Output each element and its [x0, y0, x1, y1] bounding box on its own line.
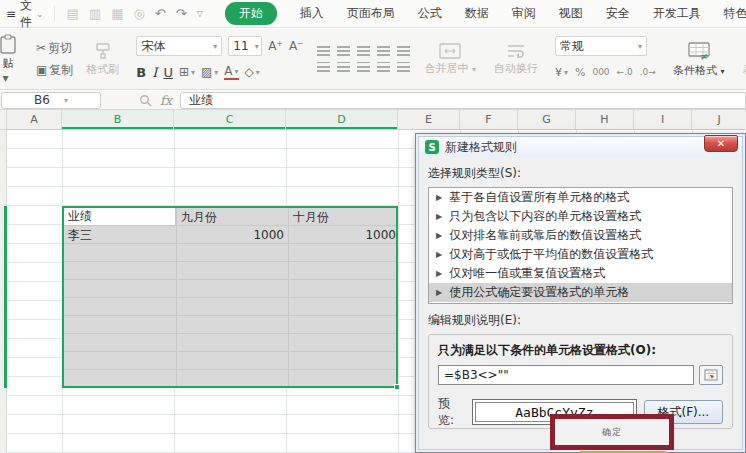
condition-formula-input[interactable] — [438, 365, 694, 385]
svg-text:≠: ≠ — [700, 51, 708, 61]
column-header-j[interactable]: J — [692, 110, 746, 129]
align-middle-icon[interactable] — [337, 46, 350, 56]
tab-developer[interactable]: 开发工具 — [653, 5, 701, 22]
tab-special-features[interactable]: 特色应用 — [724, 5, 746, 22]
currency-button[interactable]: ¥▾ — [555, 66, 568, 79]
tab-data[interactable]: 数据 — [465, 5, 489, 22]
rule-type-text: 使用公式确定要设置格式的单元格 — [449, 284, 629, 301]
close-button[interactable]: ✕ — [704, 135, 738, 152]
clear-format-button[interactable]: ◇▾ — [245, 65, 260, 79]
chevron-down-icon: ▾ — [638, 42, 642, 51]
number-format-select[interactable]: 常规 ▾ — [555, 36, 647, 56]
wrap-text-button[interactable]: 自动换行 — [489, 41, 543, 78]
tab-home[interactable]: 开始 — [225, 2, 277, 25]
cell-d6[interactable]: 十月份 — [289, 208, 400, 226]
column-header-g[interactable]: G — [518, 110, 576, 129]
conditional-format-label: 条件格式 — [673, 64, 717, 77]
range-picker-button[interactable] — [699, 365, 723, 385]
undo-icon[interactable]: ↶ — [155, 6, 166, 21]
comma-style-button[interactable]: 000 — [592, 67, 609, 77]
tab-insert[interactable]: 插入 — [300, 5, 324, 22]
fill-color-button[interactable]: ▨▾ — [201, 65, 218, 79]
cell-c7[interactable]: 1000 — [177, 226, 288, 244]
rule-type-item-5-selected[interactable]: ▶使用公式确定要设置格式的单元格 — [429, 283, 732, 302]
align-top-icon[interactable] — [317, 46, 330, 56]
preview-icon[interactable]: ◎ — [134, 6, 145, 21]
print-icon[interactable]: ▥ — [89, 6, 101, 21]
dialog-title-bar[interactable]: S 新建格式规则 — [419, 137, 742, 157]
align-left-icon[interactable] — [317, 62, 330, 72]
font-color-button[interactable]: A▾ — [224, 64, 238, 80]
tab-security[interactable]: 安全 — [606, 5, 630, 22]
cell-d7[interactable]: 1000 — [289, 226, 400, 244]
distribute-icon[interactable] — [397, 62, 410, 72]
font-size-select[interactable]: 11 ▾ — [228, 36, 262, 56]
rule-type-item-2[interactable]: ▶仅对排名靠前或靠后的数值设置格式 — [429, 226, 732, 245]
name-box-value: B6 — [34, 93, 50, 107]
shrink-font-button[interactable]: A⁻ — [289, 39, 304, 53]
tab-formulas[interactable]: 公式 — [418, 5, 442, 22]
borders-button[interactable]: ⊞▾ — [179, 65, 195, 79]
align-center-icon[interactable] — [337, 62, 350, 72]
ok-button[interactable]: 确定 — [602, 426, 622, 439]
column-header-i[interactable]: I — [634, 110, 692, 129]
cell-b6-active[interactable]: 业绩 — [64, 208, 176, 226]
font-name-select[interactable]: 宋体 ▾ — [136, 36, 222, 56]
indent-increase-icon[interactable] — [397, 46, 410, 56]
file-menu[interactable]: ≡ 文件 ⌄ — [0, 0, 54, 31]
conditional-format-icon: ≠ — [687, 41, 711, 61]
cell-c6[interactable]: 九月份 — [177, 208, 288, 226]
merge-center-button[interactable]: 合并居中 ▾ — [419, 41, 481, 78]
increase-decimal-button[interactable]: ←.0 — [617, 67, 633, 77]
menu-bar: ≡ 文件 ⌄ ▤ ▥ ▦ ◎ ↶ ↷ ▽ 开始 插入 页面布局 公式 数据 审阅… — [0, 0, 746, 28]
column-header-h[interactable]: H — [576, 110, 634, 129]
align-bottom-icon[interactable] — [357, 46, 370, 56]
formula-input[interactable]: 业绩 — [180, 92, 746, 109]
rule-type-item-3[interactable]: ▶仅对高于或低于平均值的数值设置格式 — [429, 245, 732, 264]
paste-button[interactable]: 贴 ▾ — [0, 32, 28, 87]
save-icon[interactable]: ▤ — [67, 6, 79, 21]
indent-decrease-icon[interactable] — [377, 46, 390, 56]
chevron-down-icon: ▾ — [3, 71, 14, 85]
edit-rule-label: 编辑规则说明(E): — [428, 312, 733, 329]
fill-handle[interactable] — [394, 384, 400, 390]
rule-type-item-0[interactable]: ▶基于各自值设置所有单元格的格式 — [429, 188, 732, 207]
table-style-button[interactable]: 表格样式 — [741, 40, 746, 79]
magnifier-icon[interactable] — [139, 94, 152, 107]
rule-type-item-1[interactable]: ▶只为包含以下内容的单元格设置格式 — [429, 207, 732, 226]
tab-page-layout[interactable]: 页面布局 — [347, 5, 395, 22]
select-all-corner[interactable] — [0, 110, 7, 129]
tab-view[interactable]: 视图 — [559, 5, 583, 22]
insert-function-icon[interactable]: fx — [160, 93, 172, 108]
rule-type-text: 仅对排名靠前或靠后的数值设置格式 — [449, 227, 641, 244]
bold-button[interactable]: B — [136, 65, 146, 80]
column-header-a[interactable]: A — [7, 110, 62, 129]
cell-b7[interactable]: 李三 — [64, 226, 176, 244]
rule-type-item-4[interactable]: ▶仅对唯一值或重复值设置格式 — [429, 264, 732, 283]
tab-review[interactable]: 审阅 — [512, 5, 536, 22]
conditional-format-button[interactable]: ≠ 条件格式 ▾ — [668, 39, 730, 80]
underline-button[interactable]: U — [163, 65, 173, 80]
name-box[interactable]: B6 ▾ — [1, 92, 101, 109]
toolbar-expand-icon[interactable]: ▽ — [197, 9, 203, 18]
redo-icon[interactable]: ↷ — [176, 6, 187, 21]
print-preview-icon[interactable]: ▦ — [111, 6, 123, 21]
grow-font-button[interactable]: A⁺ — [268, 39, 283, 53]
fill-color-icon: ▨ — [201, 65, 212, 79]
format-painter-button[interactable]: 格式刷 — [81, 40, 124, 79]
percent-button[interactable]: % — [575, 66, 585, 79]
rule-type-list: ▶基于各自值设置所有单元格的格式 ▶只为包含以下内容的单元格设置格式 ▶仅对排名… — [428, 187, 733, 304]
column-header-d[interactable]: D — [286, 110, 398, 129]
cut-button[interactable]: ✂ 剪切 — [36, 37, 73, 59]
decrease-decimal-button[interactable]: .0→ — [640, 67, 656, 77]
align-right-icon[interactable] — [357, 62, 370, 72]
column-header-b[interactable]: B — [62, 110, 174, 129]
selection-range[interactable]: 业绩 九月份 十月份 李三 1000 1000 — [62, 206, 398, 388]
justify-icon[interactable] — [377, 62, 390, 72]
italic-button[interactable]: I — [152, 65, 157, 80]
copy-label: 复制 — [49, 62, 73, 79]
column-header-f[interactable]: F — [460, 110, 518, 129]
column-header-e[interactable]: E — [398, 110, 460, 129]
column-header-c[interactable]: C — [174, 110, 286, 129]
copy-button[interactable]: ▣ 复制 — [36, 59, 73, 81]
